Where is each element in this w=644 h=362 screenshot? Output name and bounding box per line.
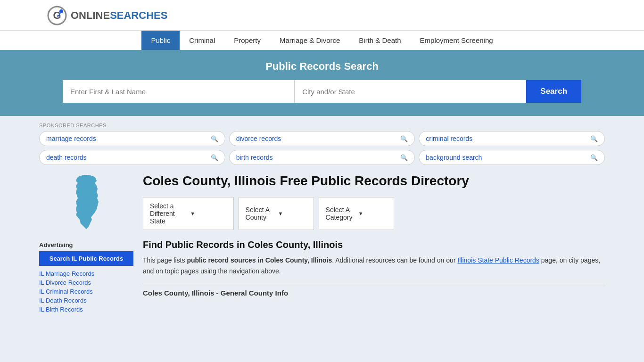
section-divider — [143, 284, 605, 284]
page-title: Coles County, Illinois Free Public Recor… — [143, 173, 605, 189]
search-hero: Public Records Search Search — [0, 50, 644, 116]
logo-searches-text: SEARCHES — [110, 9, 167, 22]
general-info-label: Coles County, Illinois - General County … — [143, 289, 605, 297]
logo-icon: G — [47, 6, 67, 25]
ad-button[interactable]: Search IL Public Records — [39, 251, 133, 266]
state-dropdown[interactable]: Select a Different State ▼ — [143, 197, 234, 230]
search-icon-0: 🔍 — [211, 135, 218, 142]
sidebar-link-4[interactable]: IL Birth Records — [39, 306, 83, 313]
sponsored-item-5[interactable]: background search 🔍 — [419, 150, 605, 165]
logo-text: ONLINE SEARCHES — [71, 9, 167, 22]
search-icon-2: 🔍 — [590, 135, 598, 142]
svg-point-2 — [59, 9, 63, 13]
sponsored-item-3[interactable]: death records 🔍 — [39, 150, 225, 165]
chevron-down-icon-3: ▼ — [358, 211, 387, 216]
logo-online-text: ONLINE — [71, 9, 110, 22]
nav-item-criminal[interactable]: Criminal — [180, 31, 224, 50]
content-area: Advertising Search IL Public Records IL … — [39, 173, 605, 314]
sponsored-item-2[interactable]: criminal records 🔍 — [419, 131, 605, 146]
dropdowns-row: Select a Different State ▼ Select A Coun… — [143, 197, 605, 230]
nav-item-property[interactable]: Property — [224, 31, 270, 50]
nav-item-birth-death[interactable]: Birth & Death — [349, 31, 410, 50]
advertising-label: Advertising — [39, 241, 133, 248]
search-form: Search — [63, 80, 581, 103]
main-content: Coles County, Illinois Free Public Recor… — [143, 173, 605, 314]
sidebar-links: IL Marriage Records IL Divorce Records I… — [39, 270, 133, 313]
illinois-public-records-link[interactable]: Illinois State Public Records — [457, 256, 539, 264]
sidebar-link-2[interactable]: IL Criminal Records — [39, 288, 93, 295]
search-icon-5: 🔍 — [590, 154, 598, 161]
category-dropdown[interactable]: Select A Category ▼ — [319, 197, 394, 230]
nav-item-marriage-divorce[interactable]: Marriage & Divorce — [270, 31, 349, 50]
search-hero-title: Public Records Search — [19, 60, 625, 73]
sponsored-grid: marriage records 🔍 divorce records 🔍 cri… — [39, 131, 605, 165]
illinois-map-svg — [63, 173, 110, 234]
search-icon-1: 🔍 — [400, 135, 408, 142]
description-text: This page lists public record sources in… — [143, 255, 605, 276]
chevron-down-icon-2: ▼ — [278, 211, 307, 216]
search-icon-4: 🔍 — [400, 154, 408, 161]
nav-bar: Public Criminal Property Marriage & Divo… — [0, 30, 644, 50]
sidebar-link-0[interactable]: IL Marriage Records — [39, 270, 94, 277]
main-container: SPONSORED SEARCHES marriage records 🔍 di… — [30, 116, 614, 321]
logo-area: G ONLINE SEARCHES — [9, 6, 167, 25]
name-input[interactable] — [63, 80, 295, 103]
nav-item-public[interactable]: Public — [141, 31, 180, 50]
location-input[interactable] — [295, 80, 526, 103]
sidebar: Advertising Search IL Public Records IL … — [39, 173, 133, 314]
search-button[interactable]: Search — [526, 80, 581, 103]
state-map — [39, 173, 133, 234]
header: G ONLINE SEARCHES — [0, 0, 644, 30]
search-icon-3: 🔍 — [211, 154, 218, 161]
sponsored-item-4[interactable]: birth records 🔍 — [229, 150, 415, 165]
sponsored-section: SPONSORED SEARCHES marriage records 🔍 di… — [39, 123, 605, 165]
sponsored-item-1[interactable]: divorce records 🔍 — [229, 131, 415, 146]
sidebar-link-3[interactable]: IL Death Records — [39, 297, 87, 304]
county-dropdown[interactable]: Select A County ▼ — [239, 197, 314, 230]
nav-item-employment[interactable]: Employment Screening — [411, 31, 503, 50]
find-heading: Find Public Records in Coles County, Ill… — [143, 239, 605, 250]
sponsored-label: SPONSORED SEARCHES — [39, 123, 605, 128]
chevron-down-icon: ▼ — [190, 211, 226, 216]
sidebar-link-1[interactable]: IL Divorce Records — [39, 279, 91, 286]
sponsored-item-0[interactable]: marriage records 🔍 — [39, 131, 225, 146]
